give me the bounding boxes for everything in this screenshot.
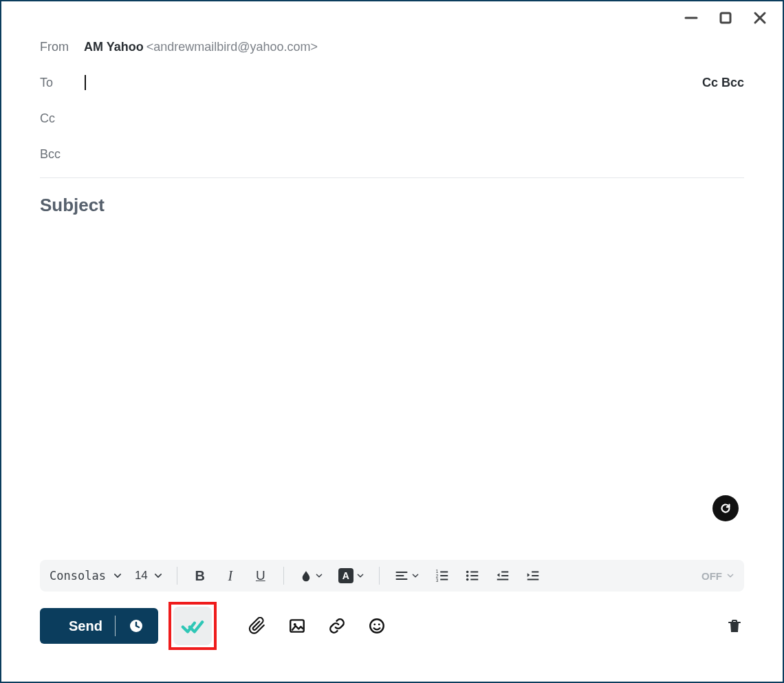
format-toolbar: Consolas 14 B I U A 123: [40, 560, 744, 592]
insert-link-button[interactable]: [327, 616, 347, 636]
unordered-list-button[interactable]: [464, 567, 481, 585]
from-account-email: <andrewmailbird@yahoo.com>: [146, 40, 318, 54]
underline-button[interactable]: U: [252, 567, 270, 585]
italic-button[interactable]: I: [221, 567, 239, 585]
grammarly-icon: [718, 501, 733, 516]
svg-point-4: [719, 501, 732, 515]
font-family-select[interactable]: Consolas: [50, 569, 122, 583]
font-size-value: 14: [135, 569, 148, 583]
separator: [177, 567, 177, 585]
attach-button[interactable]: [247, 616, 268, 636]
chevron-down-icon: [153, 571, 163, 581]
send-button[interactable]: Send: [40, 608, 158, 644]
trash-icon: [726, 618, 743, 634]
off-label: OFF: [701, 570, 722, 582]
window-titlebar: [1, 1, 783, 29]
maximize-icon: [719, 11, 732, 25]
from-account-name: AM Yahoo: [84, 40, 144, 54]
paperclip-icon: [248, 617, 266, 635]
highlight-letter: A: [338, 568, 353, 583]
drop-icon: [300, 570, 312, 582]
header-divider: [40, 177, 744, 178]
align-button[interactable]: [393, 567, 421, 585]
insert-image-button[interactable]: [287, 616, 307, 636]
ordered-list-button[interactable]: 123: [433, 567, 451, 585]
cc-input[interactable]: [84, 109, 744, 128]
svg-rect-1: [721, 13, 730, 23]
link-icon: [328, 617, 346, 635]
svg-point-14: [466, 571, 469, 574]
emoji-button[interactable]: [367, 616, 387, 636]
bcc-row: Bcc: [40, 136, 744, 172]
outdent-icon: [495, 568, 510, 583]
read-receipt-button[interactable]: [173, 607, 212, 645]
bold-button[interactable]: B: [191, 567, 209, 585]
bcc-label: Bcc: [40, 147, 84, 162]
chevron-down-icon: [411, 572, 420, 580]
svg-point-15: [466, 574, 469, 577]
chevron-down-icon: [315, 572, 323, 580]
window-minimize-button[interactable]: [684, 10, 699, 25]
to-row: To Cc Bcc: [40, 65, 744, 100]
cc-label: Cc: [40, 111, 84, 126]
indent-button[interactable]: [524, 567, 542, 585]
from-row[interactable]: From AM Yahoo <andrewmailbird@yahoo.com>: [40, 29, 744, 65]
separator: [283, 567, 284, 585]
font-family-value: Consolas: [50, 569, 106, 583]
send-label: Send: [69, 618, 102, 634]
window-close-button[interactable]: [752, 10, 767, 25]
ordered-list-icon: 123: [435, 568, 450, 583]
schedule-send-icon: [128, 618, 144, 634]
font-size-select[interactable]: 14: [135, 569, 163, 583]
unordered-list-icon: [465, 568, 480, 583]
svg-point-31: [378, 623, 380, 625]
bcc-input[interactable]: [84, 144, 744, 164]
outdent-button[interactable]: [494, 567, 512, 585]
message-body[interactable]: [40, 221, 744, 510]
grammarly-badge[interactable]: [712, 495, 739, 521]
svg-point-16: [466, 578, 469, 581]
close-icon: [753, 11, 767, 25]
to-input[interactable]: [86, 73, 702, 92]
emoji-icon: [368, 617, 386, 635]
svg-text:3: 3: [436, 578, 439, 583]
separator: [379, 567, 380, 585]
formatting-off-toggle[interactable]: OFF: [701, 570, 734, 582]
from-label: From: [40, 40, 84, 54]
chevron-down-icon: [113, 571, 122, 581]
chevron-down-icon: [726, 572, 734, 580]
minimize-icon: [684, 11, 698, 25]
highlight-color-button[interactable]: A: [338, 567, 365, 585]
text-color-button[interactable]: [298, 567, 325, 585]
action-bar: Send: [40, 607, 744, 645]
tracking-highlight: [168, 602, 217, 650]
cc-bcc-toggle[interactable]: Cc Bcc: [702, 76, 744, 90]
indent-icon: [525, 568, 541, 583]
window-maximize-button[interactable]: [718, 10, 733, 25]
chevron-down-icon: [356, 572, 364, 580]
image-icon: [288, 617, 306, 635]
subject-input[interactable]: [40, 192, 744, 221]
send-separator: [115, 616, 116, 636]
svg-point-30: [373, 623, 375, 625]
cc-row: Cc: [40, 100, 744, 136]
discard-button[interactable]: [725, 616, 744, 636]
double-check-icon: [181, 614, 204, 638]
compose-window: From AM Yahoo <andrewmailbird@yahoo.com>…: [0, 0, 784, 683]
to-label: To: [40, 76, 84, 90]
compose-content: From AM Yahoo <andrewmailbird@yahoo.com>…: [1, 29, 783, 513]
align-left-icon: [395, 569, 409, 583]
svg-point-29: [370, 619, 384, 633]
